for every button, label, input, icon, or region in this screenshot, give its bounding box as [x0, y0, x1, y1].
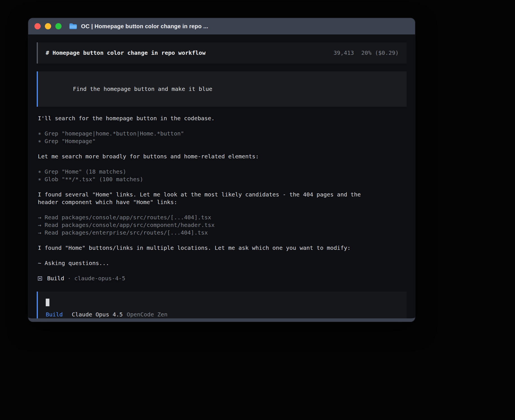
- tool-call-read: → Read packages/console/app/src/componen…: [38, 221, 407, 229]
- terminal-window: OC | Homepage button color change in rep…: [28, 18, 415, 322]
- window-title: OC | Homepage button color change in rep…: [81, 23, 208, 30]
- tool-call-read: → Read packages/console/app/src/routes/[…: [38, 214, 407, 221]
- model-provider: OpenCode Zen: [127, 311, 168, 318]
- user-message-text: Find the homepage button and make it blu…: [73, 86, 212, 92]
- agent-mode[interactable]: Build: [46, 311, 63, 318]
- window-controls: [34, 23, 62, 29]
- text-cursor: [46, 299, 49, 306]
- tool-call-grep: ∗ Grep "Home" (18 matches): [38, 168, 407, 176]
- assistant-text: I found several "Home" links. Let me loo…: [38, 191, 374, 206]
- session-title: # Homepage button color change in repo w…: [46, 49, 206, 57]
- input-line[interactable]: [46, 298, 399, 306]
- agent-row: Build · claude-opus-4-5: [38, 275, 407, 282]
- session-stats: 39,413 20% ($0.29): [333, 49, 399, 57]
- folder-icon: [69, 23, 77, 30]
- assistant-text: I'll search for the homepage button in t…: [38, 115, 407, 122]
- agent-model: claude-opus-4-5: [74, 275, 125, 282]
- tool-call-grep: ∗ Grep "homepage|home.*button|Home.*butt…: [38, 130, 407, 137]
- assistant-text: Let me search more broadly for buttons a…: [38, 153, 407, 160]
- user-message: Find the homepage button and make it blu…: [37, 71, 407, 107]
- terminal-content: # Homepage button color change in repo w…: [28, 34, 415, 318]
- titlebar[interactable]: OC | Homepage button color change in rep…: [28, 18, 415, 34]
- agent-separator: ·: [67, 275, 71, 282]
- agent-name: Build: [47, 275, 64, 282]
- tool-call-read: → Read packages/enterprise/src/routes/[.…: [38, 229, 407, 237]
- assistant-text: I found "Home" buttons/links in multiple…: [38, 244, 407, 252]
- close-button[interactable]: [34, 23, 41, 29]
- transcript: I'll search for the homepage button in t…: [37, 115, 407, 290]
- square-dot-icon: [38, 276, 42, 281]
- zoom-button[interactable]: [55, 23, 62, 29]
- session-header: # Homepage button color change in repo w…: [37, 42, 407, 64]
- prompt-input[interactable]: Build Claude Opus 4.5 OpenCode Zen: [37, 292, 407, 318]
- token-count: 39,413: [333, 49, 354, 57]
- working-status: ~ Asking questions...: [38, 259, 407, 267]
- tool-call-glob: ∗ Glob "**/*.tsx" (100 matches): [38, 176, 407, 183]
- context-usage: 20% ($0.29): [361, 49, 399, 57]
- input-meta: Build Claude Opus 4.5 OpenCode Zen: [46, 311, 399, 318]
- tool-call-grep: ∗ Grep "Homepage": [38, 137, 407, 145]
- minimize-button[interactable]: [45, 23, 51, 29]
- model-name[interactable]: Claude Opus 4.5: [72, 311, 123, 318]
